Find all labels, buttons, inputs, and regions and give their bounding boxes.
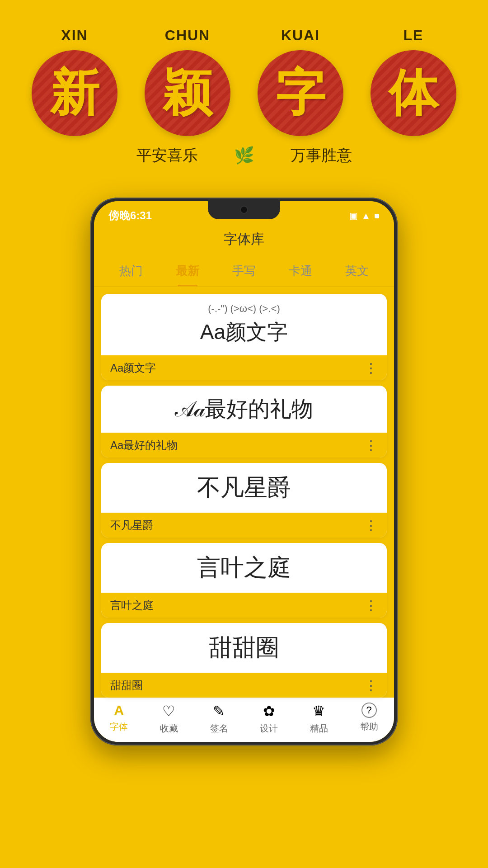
pinyin-le: LE <box>404 27 424 44</box>
font-more-yanwenzi[interactable]: ⋮ <box>364 360 378 376</box>
seal-char-le: 体 <box>389 60 438 127</box>
font-preview-tiantian: 甜甜圈 <box>101 623 387 673</box>
font-meta-bufan: 不凡星爵 ⋮ <box>101 513 387 538</box>
category-tabs: 热门 最新 手写 卡通 英文 <box>94 256 394 287</box>
nav-fonts-label: 字体 <box>110 721 128 733</box>
nav-fonts[interactable]: A 字体 <box>110 703 128 735</box>
signal-icon: ■ <box>374 211 380 221</box>
font-card-zuihao[interactable]: 𝒜𝒶最好的礼物 Aa最好的礼物 ⋮ <box>101 386 387 458</box>
font-card-yanye[interactable]: 言叶之庭 言叶之庭 ⋮ <box>101 543 387 618</box>
char-xin: XIN 新 <box>32 27 117 136</box>
nav-signature[interactable]: ✎ 签名 <box>210 703 228 735</box>
font-preview-bufan: 不凡星爵 <box>101 463 387 513</box>
nav-premium[interactable]: ♛ 精品 <box>310 703 328 735</box>
font-more-yanye[interactable]: ⋮ <box>364 597 378 613</box>
nav-signature-label: 签名 <box>210 722 228 735</box>
seal-le: 体 <box>371 50 456 136</box>
nav-help[interactable]: ? 帮助 <box>360 703 378 735</box>
battery-icon: ▣ <box>349 210 358 221</box>
font-card-tiantian[interactable]: 甜甜圈 甜甜圈 ⋮ <box>101 623 387 698</box>
char-le: LE 体 <box>371 27 456 136</box>
lotus-icon: 🌿 <box>234 146 254 165</box>
font-card-yanwenzi[interactable]: (-.-") (>ω<) (>.<) Aa颜文字 Aa颜文字 ⋮ <box>101 294 387 380</box>
phone-notch <box>208 201 280 219</box>
phone-mockup: 傍晚6:31 ▣ ▲ ■ 字体库 热门 最新 手写 卡通 英文 <box>90 198 398 745</box>
signature-icon: ✎ <box>213 703 225 720</box>
app-title: 字体库 <box>94 226 394 256</box>
bottom-nav: A 字体 ♡ 收藏 ✎ 签名 ✿ 设计 ♛ 精品 <box>94 698 394 742</box>
tab-hot[interactable]: 热门 <box>111 256 151 286</box>
nav-premium-label: 精品 <box>310 722 328 735</box>
font-name-zuihao: Aa最好的礼物 <box>110 438 178 453</box>
tab-latest[interactable]: 最新 <box>168 256 207 286</box>
subtitle-left: 平安喜乐 <box>136 145 198 166</box>
pinyin-chun: CHUN <box>165 27 210 44</box>
banner-section: XIN 新 CHUN 颖 KUAI 字 LE 体 平安喜乐 🌿 万事胜意 <box>0 0 488 184</box>
status-icons: ▣ ▲ ■ <box>349 210 380 221</box>
font-preview-text-yanwenzi: (-.-") (>ω<) (>.<) Aa颜文字 <box>200 303 288 346</box>
tab-english[interactable]: 英文 <box>337 256 377 286</box>
seal-kuai: 字 <box>258 50 343 136</box>
design-icon: ✿ <box>263 703 275 720</box>
phone-screen: 傍晚6:31 ▣ ▲ ■ 字体库 热门 最新 手写 卡通 英文 <box>94 201 394 742</box>
char-chun: CHUN 颖 <box>145 27 230 136</box>
font-preview-yanwenzi: (-.-") (>ω<) (>.<) Aa颜文字 <box>101 294 387 355</box>
pinyin-xin: XIN <box>61 27 88 44</box>
font-preview-yanye: 言叶之庭 <box>101 543 387 593</box>
pinyin-kuai: KUAI <box>281 27 320 44</box>
seal-xin: 新 <box>32 50 117 136</box>
font-more-tiantian[interactable]: ⋮ <box>364 677 378 693</box>
font-meta-yanwenzi: Aa颜文字 ⋮ <box>101 355 387 380</box>
font-name-yanye: 言叶之庭 <box>110 598 154 613</box>
seal-char-kuai: 字 <box>276 60 325 127</box>
wifi-icon: ▲ <box>361 211 371 221</box>
premium-icon: ♛ <box>312 703 325 720</box>
seal-char-chun: 颖 <box>163 60 212 127</box>
font-meta-zuihao: Aa最好的礼物 ⋮ <box>101 433 387 458</box>
nav-design[interactable]: ✿ 设计 <box>260 703 278 735</box>
subtitle-row: 平安喜乐 🌿 万事胜意 <box>18 145 470 166</box>
seal-char-xin: 新 <box>50 60 99 127</box>
font-preview-text-zuihao: 𝒜𝒶最好的礼物 <box>175 395 313 424</box>
notch-camera <box>240 206 248 214</box>
font-preview-text-yanye: 言叶之庭 <box>197 552 291 584</box>
pinyin-row: XIN 新 CHUN 颖 KUAI 字 LE 体 <box>18 27 470 136</box>
font-preview-text-bufan: 不凡星爵 <box>197 472 291 504</box>
nav-favorites-label: 收藏 <box>160 722 178 735</box>
font-meta-tiantian: 甜甜圈 ⋮ <box>101 673 387 698</box>
nav-design-label: 设计 <box>260 722 278 735</box>
font-meta-yanye: 言叶之庭 ⋮ <box>101 593 387 618</box>
tab-handwriting[interactable]: 手写 <box>224 256 264 286</box>
font-more-bufan[interactable]: ⋮ <box>364 517 378 533</box>
status-time: 傍晚6:31 <box>108 208 152 223</box>
font-name-tiantian: 甜甜圈 <box>110 678 143 693</box>
nav-help-label: 帮助 <box>360 721 378 733</box>
font-name-yanwenzi: Aa颜文字 <box>110 361 156 375</box>
nav-favorites[interactable]: ♡ 收藏 <box>160 703 178 735</box>
font-list: (-.-") (>ω<) (>.<) Aa颜文字 Aa颜文字 ⋮ 𝒜𝒶最好的礼物 <box>94 287 394 698</box>
font-preview-zuihao: 𝒜𝒶最好的礼物 <box>101 386 387 433</box>
fonts-icon: A <box>114 703 124 718</box>
char-kuai: KUAI 字 <box>258 27 343 136</box>
font-name-bufan: 不凡星爵 <box>110 518 154 533</box>
subtitle-right: 万事胜意 <box>291 145 352 166</box>
font-preview-text-tiantian: 甜甜圈 <box>209 632 279 664</box>
seal-chun: 颖 <box>145 50 230 136</box>
font-card-bufan[interactable]: 不凡星爵 不凡星爵 ⋮ <box>101 463 387 538</box>
help-icon: ? <box>361 703 377 718</box>
tab-cartoon[interactable]: 卡通 <box>281 256 320 286</box>
favorites-icon: ♡ <box>162 703 175 720</box>
font-more-zuihao[interactable]: ⋮ <box>364 437 378 453</box>
phone-wrapper: 傍晚6:31 ▣ ▲ ■ 字体库 热门 最新 手写 卡通 英文 <box>0 184 488 764</box>
